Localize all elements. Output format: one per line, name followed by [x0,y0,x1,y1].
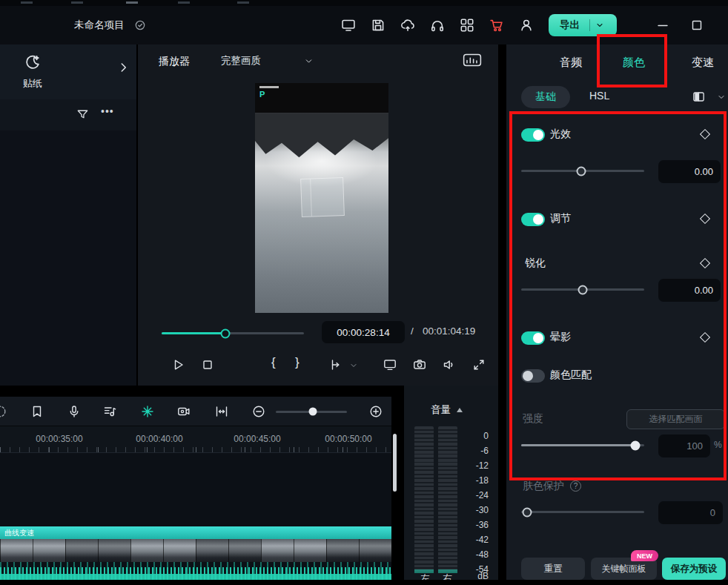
ruler-label: 00:00:40:00 [136,434,182,444]
video-scope-icon[interactable] [463,52,482,68]
audio-clip-waveform[interactable] [0,562,391,580]
skin-help-icon[interactable]: ? [570,480,581,492]
sharpen-label: 锐化 [525,257,546,270]
volume-meter-right [438,426,457,573]
audio-mixer-icon[interactable] [102,404,117,419]
mark-in-brace-button[interactable]: { [271,355,276,370]
sharpen-value-input[interactable]: 0.00 [658,279,721,302]
titlebar: 未命名项目 导出 [0,6,728,44]
timeline-toolbar [0,397,391,426]
display-layout-icon[interactable] [340,17,357,33]
panel-chevron-down-icon[interactable] [717,93,726,102]
headphones-icon[interactable] [429,17,446,33]
record-voiceover-mic-icon[interactable] [67,404,82,419]
light-effect-slider[interactable] [521,170,644,172]
quality-dropdown[interactable]: 完整画质 [221,54,314,67]
saved-check-icon [133,19,147,32]
screen-record-icon[interactable] [176,404,191,419]
mark-out-brace-button[interactable]: } [295,355,300,370]
tab-speed[interactable]: 变速 [692,56,714,70]
zoom-slider-knob[interactable] [308,408,317,416]
volume-header[interactable]: 音量 [431,403,463,417]
progress-knob[interactable] [221,328,231,338]
intensity-slider-knob[interactable] [631,440,641,450]
mark-in-point-icon[interactable] [329,357,344,372]
color-match-toggle[interactable] [521,369,545,383]
light-effect-toggle[interactable] [521,128,545,142]
trim-width-icon[interactable] [214,404,229,419]
collapse-chevron-right-icon[interactable] [117,61,130,74]
ruler-label: 00:00:35:00 [36,434,82,444]
timeline-panel: 00:00:35:00 00:00:40:00 00:00:45:00 00:0… [0,397,391,580]
mark-options-chevron-icon[interactable] [349,361,358,370]
tab-color[interactable]: 颜色 [623,56,645,70]
export-chevron-down-icon[interactable] [595,21,604,30]
adjust-keyframe-diamond-icon[interactable] [700,214,710,224]
bottom-edge-bar [0,580,728,585]
filter-icon[interactable] [76,108,90,122]
snap-circle-icon[interactable] [0,404,7,419]
vignette-keyframe-diamond-icon[interactable] [700,332,710,343]
speed-curve-clip-header[interactable]: 曲线变速 [0,526,391,539]
zoom-in-icon[interactable] [368,404,383,419]
current-timecode[interactable]: 00:00:28:14 [322,321,405,343]
timeline-ruler[interactable]: 00:00:35:00 00:00:40:00 00:00:45:00 00:0… [0,426,391,453]
timeline-zoom-slider[interactable] [276,411,347,413]
vignette-toggle[interactable] [521,331,545,345]
snapshot-camera-icon[interactable] [412,357,427,372]
tab-audio[interactable]: 音频 [560,56,582,70]
ruler-label: 00:00:50:00 [325,434,371,444]
sharpen-slider-knob[interactable] [578,285,588,294]
project-name: 未命名项目 [74,19,125,32]
volume-scale: 0-6 -12-18 -24-30 -36-42 -48-54 [466,429,489,577]
sidebar-item-stickers[interactable]: 贴纸 [0,44,136,99]
playback-progress-slider[interactable] [162,332,304,334]
reset-button[interactable]: 重置 [521,558,585,580]
light-keyframe-diamond-icon[interactable] [700,129,710,139]
subtab-basic[interactable]: 基础 [521,86,570,108]
preview-on-display-icon[interactable] [383,357,397,372]
sharpen-keyframe-diamond-icon[interactable] [700,258,710,268]
intensity-slider[interactable] [521,444,644,446]
light-slider-knob[interactable] [577,166,586,176]
subtab-hsl[interactable]: HSL [589,90,609,102]
user-icon[interactable] [518,17,535,33]
zoom-out-icon[interactable] [251,404,266,419]
maximize-button[interactable] [689,18,704,33]
marker-bookmark-icon[interactable] [30,404,44,419]
play-button[interactable] [171,357,185,372]
intensity-value-input[interactable]: 100 [658,434,710,457]
cart-icon[interactable] [489,17,505,33]
more-options-icon[interactable]: ••• [101,105,114,117]
fullscreen-icon[interactable] [471,357,486,372]
stickers-label: 贴纸 [15,77,50,90]
timecode-separator: / [411,325,414,337]
total-duration: 00:01:04:19 [423,325,475,337]
keyframe-star-icon[interactable] [140,404,155,419]
skin-protect-slider[interactable] [521,511,644,513]
cloud-upload-icon[interactable] [400,17,416,33]
skin-slider-knob[interactable] [523,507,532,517]
export-button[interactable]: 导出 [549,14,617,36]
speaker-icon[interactable] [442,357,457,372]
light-value-input[interactable]: 0.00 [658,160,721,183]
sharpen-slider[interactable] [521,288,644,291]
save-preset-button[interactable]: 保存为预设 [662,558,726,580]
minimize-button[interactable] [655,18,670,33]
video-cube-object [300,177,345,217]
adjust-label: 调节 [550,212,571,225]
timeline-vertical-scrollbar[interactable] [393,434,397,492]
adjust-toggle[interactable] [521,213,545,226]
save-icon[interactable] [370,17,386,33]
library-empty-area [0,130,136,386]
compare-split-icon[interactable] [692,90,706,104]
media-sidebar: 贴纸 ••• [0,44,136,386]
video-clip-thumbnails[interactable] [0,539,391,562]
plugins-grid-icon[interactable] [459,17,475,33]
watermark-logo: P [259,90,279,99]
select-match-frame-button[interactable]: 选择匹配画面 [626,409,725,429]
video-watermark: P [259,86,279,99]
skin-value-input[interactable]: 0 [658,501,723,524]
app-root: 未命名项目 导出 [0,0,728,585]
stop-button[interactable] [200,357,215,372]
